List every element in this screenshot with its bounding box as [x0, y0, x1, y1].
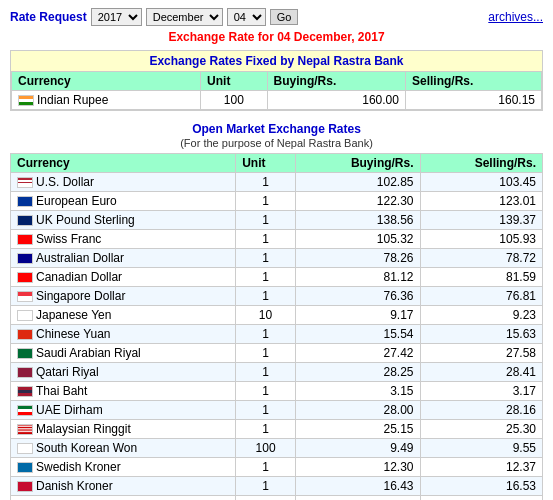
currency-name: Qatari Riyal	[36, 365, 99, 379]
flag-icon	[17, 215, 33, 226]
flag-icon	[17, 177, 33, 188]
table-row: South Korean Won1009.499.55	[11, 439, 543, 458]
flag-icon	[17, 310, 33, 321]
unit-value: 1	[236, 496, 296, 501]
currency-name: UAE Dirham	[36, 403, 103, 417]
unit-value: 1	[236, 211, 296, 230]
flag-icon	[18, 95, 34, 106]
table-row: Australian Dollar178.2678.72	[11, 249, 543, 268]
currency-name: South Korean Won	[36, 441, 137, 455]
buying-value: 28.00	[295, 401, 420, 420]
unit-value: 100	[236, 439, 296, 458]
table-row: Thai Baht13.153.17	[11, 382, 543, 401]
selling-value: 16.53	[420, 477, 542, 496]
currency-name: Danish Kroner	[36, 479, 113, 493]
currency-name: Singapore Dollar	[36, 289, 125, 303]
exchange-date: Exchange Rate for 04 December, 2017	[0, 30, 553, 50]
buying-value: 102.85	[295, 173, 420, 192]
buying-value: 76.36	[295, 287, 420, 306]
open-col-header: Unit	[236, 154, 296, 173]
currency-name: Japanese Yen	[36, 308, 111, 322]
flag-icon	[17, 196, 33, 207]
archives-link[interactable]: archives...	[488, 10, 543, 24]
buying-value: 3.15	[295, 382, 420, 401]
buying-value: 27.42	[295, 344, 420, 363]
currency-name: Canadian Dollar	[36, 270, 122, 284]
buying-value: 25.15	[295, 420, 420, 439]
buying-value: 28.25	[295, 363, 420, 382]
day-select[interactable]: 04	[227, 8, 266, 26]
table-row: Saudi Arabian Riyal127.4227.58	[11, 344, 543, 363]
unit-value: 1	[236, 382, 296, 401]
flag-icon	[17, 253, 33, 264]
unit-value: 1	[236, 268, 296, 287]
currency-name: Swedish Kroner	[36, 460, 121, 474]
table-row: U.S. Dollar1102.85103.45	[11, 173, 543, 192]
currency-name: European Euro	[36, 194, 117, 208]
unit-value: 1	[236, 344, 296, 363]
unit-value: 1	[236, 287, 296, 306]
flag-icon	[17, 405, 33, 416]
buying-value: 122.30	[295, 192, 420, 211]
buying-value: 9.49	[295, 439, 420, 458]
currency-name: Saudi Arabian Riyal	[36, 346, 141, 360]
buying-value: 138.56	[295, 211, 420, 230]
open-col-header: Selling/Rs.	[420, 154, 542, 173]
selling-value: 13.24	[420, 496, 542, 501]
currency-name: Indian Rupee	[37, 93, 108, 107]
open-market-subtitle: (For the purpose of Nepal Rastra Bank)	[10, 137, 543, 153]
flag-icon	[17, 424, 33, 435]
currency-name: Swiss Franc	[36, 232, 101, 246]
selling-value: 78.72	[420, 249, 542, 268]
unit-value: 1	[236, 420, 296, 439]
unit-value: 1	[236, 325, 296, 344]
flag-icon	[17, 234, 33, 245]
table-row: Chinese Yuan115.5415.63	[11, 325, 543, 344]
flag-icon	[17, 367, 33, 378]
go-button[interactable]: Go	[270, 9, 299, 25]
table-row: Swiss Franc1105.32105.93	[11, 230, 543, 249]
open-col-header: Buying/Rs.	[295, 154, 420, 173]
open-market-title: Open Market Exchange Rates	[10, 119, 543, 137]
buying-value: 160.00	[267, 91, 405, 110]
fixed-col-header: Buying/Rs.	[267, 72, 405, 91]
table-row: European Euro1122.30123.01	[11, 192, 543, 211]
month-select[interactable]: December	[146, 8, 223, 26]
buying-value: 78.26	[295, 249, 420, 268]
flag-icon	[17, 272, 33, 283]
unit-value: 10	[236, 306, 296, 325]
selling-value: 139.37	[420, 211, 542, 230]
flag-icon	[17, 329, 33, 340]
selling-value: 81.59	[420, 268, 542, 287]
buying-value: 12.30	[295, 458, 420, 477]
selling-value: 27.58	[420, 344, 542, 363]
buying-value: 16.43	[295, 477, 420, 496]
selling-value: 9.55	[420, 439, 542, 458]
currency-name: Australian Dollar	[36, 251, 124, 265]
table-row: Swedish Kroner112.3012.37	[11, 458, 543, 477]
selling-value: 25.30	[420, 420, 542, 439]
flag-icon	[17, 462, 33, 473]
flag-icon	[17, 348, 33, 359]
unit-value: 1	[236, 173, 296, 192]
fixed-rates-title: Exchange Rates Fixed by Nepal Rastra Ban…	[11, 51, 542, 71]
table-row: Hong Kong Dollar113.1613.24	[11, 496, 543, 501]
rate-request-label: Rate Request	[10, 10, 87, 24]
table-row: UK Pound Sterling1138.56139.37	[11, 211, 543, 230]
unit-value: 1	[236, 401, 296, 420]
buying-value: 105.32	[295, 230, 420, 249]
selling-value: 3.17	[420, 382, 542, 401]
selling-value: 15.63	[420, 325, 542, 344]
table-row: Malaysian Ringgit125.1525.30	[11, 420, 543, 439]
currency-name: Thai Baht	[36, 384, 87, 398]
currency-name: UK Pound Sterling	[36, 213, 135, 227]
year-select[interactable]: 2017 2016	[91, 8, 142, 26]
table-row: Indian Rupee100160.00160.15	[12, 91, 542, 110]
table-row: UAE Dirham128.0028.16	[11, 401, 543, 420]
unit-value: 1	[236, 230, 296, 249]
selling-value: 160.15	[405, 91, 541, 110]
selling-value: 123.01	[420, 192, 542, 211]
fixed-col-header: Currency	[12, 72, 201, 91]
fixed-col-header: Selling/Rs.	[405, 72, 541, 91]
currency-name: U.S. Dollar	[36, 175, 94, 189]
